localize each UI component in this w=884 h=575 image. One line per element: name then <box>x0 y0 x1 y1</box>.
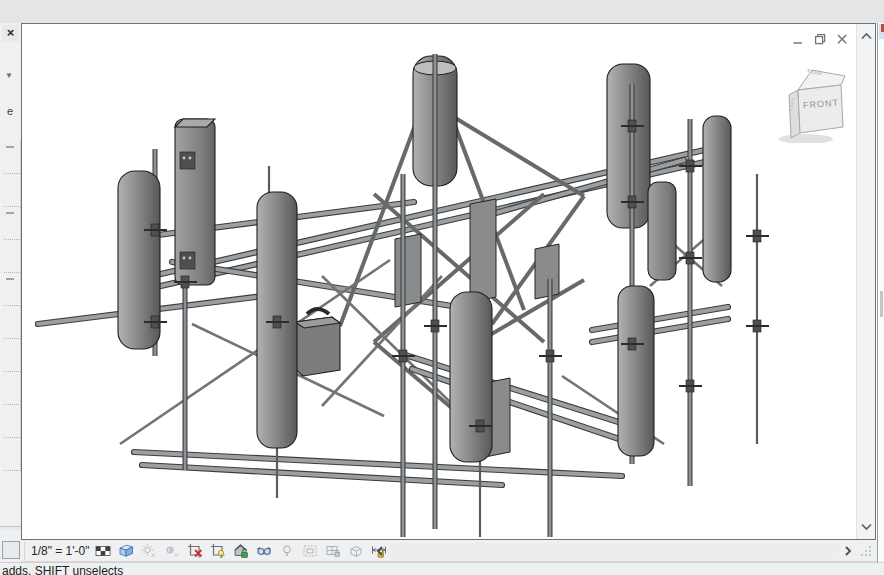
drawing-area-frame: TOP LEFT FRONT <box>21 23 876 540</box>
scroll-right-icon[interactable] <box>841 543 855 559</box>
panel-text-fragment: e <box>7 105 13 117</box>
lower-rails <box>134 354 644 485</box>
locked-3d-view-icon[interactable] <box>231 542 250 560</box>
vertical-scrollbar[interactable] <box>856 24 875 539</box>
status-bar: adds, SHIFT unselects <box>0 562 884 575</box>
scroll-left-icon[interactable] <box>373 543 387 559</box>
detail-level-icon[interactable] <box>93 542 112 560</box>
property-row <box>4 405 21 438</box>
resize-grip-icon[interactable] <box>857 543 874 559</box>
horizontal-scrollbar-track[interactable] <box>389 543 839 559</box>
scroll-up-icon[interactable] <box>857 28 875 44</box>
temporary-hide-isolate-icon[interactable] <box>254 542 273 560</box>
show-analytical-model-icon[interactable] <box>323 542 342 560</box>
property-row <box>4 306 21 339</box>
antenna-model-drawing <box>22 24 856 539</box>
ribbon-bottom-strip <box>0 0 884 23</box>
right-panel-sliver <box>877 23 884 575</box>
viewcube-faces <box>766 43 856 143</box>
view-bar-separator <box>24 542 25 560</box>
scroll-down-icon[interactable] <box>857 519 875 535</box>
highlight-displacement-sets-icon[interactable] <box>346 542 365 560</box>
property-row <box>4 174 21 207</box>
viewcube[interactable]: TOP LEFT FRONT <box>766 43 856 143</box>
property-row <box>4 207 21 240</box>
crop-view-icon[interactable] <box>185 542 204 560</box>
sun-path-icon[interactable] <box>139 542 158 560</box>
property-row <box>4 273 21 306</box>
properties-rows-fragment <box>4 141 21 471</box>
property-row <box>4 240 21 273</box>
right-panel-scroll-thumb[interactable] <box>880 291 883 317</box>
property-row <box>4 141 21 174</box>
panel-corner-box <box>2 541 20 559</box>
property-row <box>4 339 21 372</box>
show-crop-region-icon[interactable] <box>208 542 227 560</box>
reveal-hidden-elements-icon[interactable] <box>277 542 296 560</box>
visual-style-icon[interactable] <box>116 542 135 560</box>
view-control-bar: 1/8" = 1'-0" <box>21 540 877 562</box>
status-message: adds, SHIFT unselects <box>2 564 123 575</box>
view-control-icons <box>93 542 388 560</box>
shadows-icon[interactable] <box>162 542 181 560</box>
panel-bottom-edge <box>0 526 21 530</box>
left-panel-sliver: × ▼ e <box>0 23 21 562</box>
temporary-view-properties-icon[interactable] <box>300 542 319 560</box>
view-scale-button[interactable]: 1/8" = 1'-0" <box>31 544 90 558</box>
3d-model-view[interactable] <box>22 24 856 539</box>
property-row <box>4 372 21 405</box>
type-selector-dropdown-icon[interactable]: ▼ <box>5 71 13 80</box>
property-row <box>4 438 21 471</box>
panel-close-icon[interactable]: × <box>2 25 19 42</box>
